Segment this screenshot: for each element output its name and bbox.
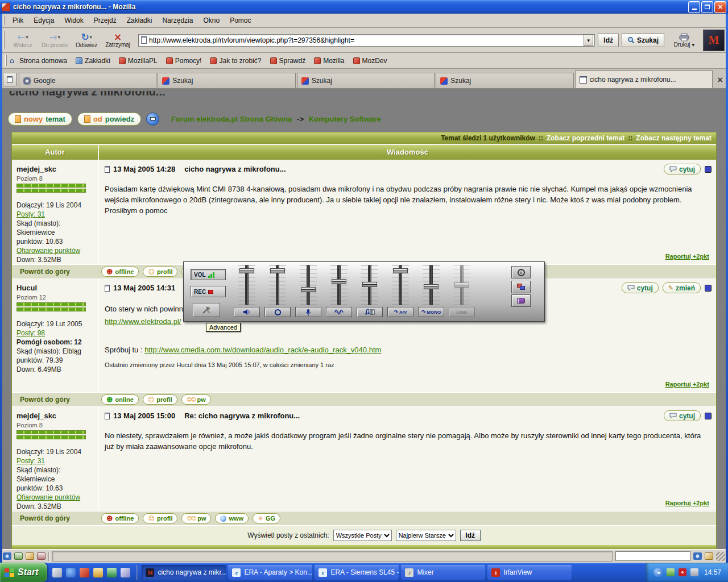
microphone-mute-button[interactable] — [295, 307, 321, 317]
minimize-button[interactable] — [688, 1, 700, 13]
www-button[interactable]: www — [215, 513, 249, 523]
clock[interactable]: 14:57 — [704, 568, 721, 576]
edit-button[interactable]: ✎zmień — [663, 282, 701, 293]
mozilla-throbber[interactable]: M — [703, 30, 725, 51]
forward-button[interactable]: →▾ Do przodu — [38, 29, 71, 52]
volume-slider[interactable] — [238, 265, 255, 305]
bookmark-sprawdz[interactable]: Sprawdź — [270, 57, 306, 65]
url-input[interactable] — [149, 35, 584, 45]
offline-button[interactable]: ☻offline — [101, 513, 139, 523]
donate-points-link[interactable]: Ofiarowanie punktów — [16, 493, 80, 501]
stop-button[interactable]: × Zatrzymaj — [102, 29, 134, 52]
wave-slider[interactable] — [330, 265, 348, 305]
tab-szukaj-2[interactable]: Szukaj — [297, 73, 435, 88]
mono-slider[interactable] — [423, 265, 440, 305]
menu-narzedzia[interactable]: Narzędzia — [157, 14, 198, 27]
volume-mode-button[interactable]: VOL — [191, 269, 226, 280]
restore-button[interactable] — [701, 1, 713, 13]
midi-mute-button[interactable] — [357, 307, 383, 317]
tray-volume-icon[interactable] — [690, 568, 698, 576]
reload-button[interactable]: ↻▾ Odśwież — [71, 29, 102, 52]
print-topic-button[interactable] — [146, 113, 159, 126]
private-message-button[interactable]: ☺☺pw — [181, 513, 211, 523]
line-mute-button[interactable]: LINE — [449, 307, 475, 317]
breadcrumb-forum-home-link[interactable]: Forum elektroda.pl Strona Główna — [171, 115, 292, 123]
search-button[interactable]: Szukaj — [622, 34, 664, 47]
toolbar-grippy[interactable] — [3, 31, 5, 48]
speaker-mute-button[interactable] — [234, 307, 260, 317]
report-link[interactable]: Raportuj +2pkt — [665, 253, 709, 260]
menu-widok[interactable]: Widok — [59, 14, 88, 27]
author-posts-link[interactable]: Posty: 98 — [16, 329, 45, 337]
filter-go-button[interactable]: Idź — [460, 530, 481, 541]
addressbook-component-icon[interactable] — [37, 552, 46, 560]
close-tab-button[interactable]: × — [714, 73, 726, 86]
toolbar-grippy[interactable] — [3, 16, 5, 26]
line-slider[interactable] — [453, 265, 470, 305]
midi-slider[interactable] — [361, 265, 378, 305]
aux-slider[interactable] — [392, 265, 409, 305]
start-button[interactable]: Start — [0, 563, 47, 582]
post-anchor-icon[interactable] — [705, 166, 712, 173]
back-to-top-link[interactable]: Powrót do góry — [12, 514, 97, 522]
wave-mute-button[interactable] — [326, 307, 352, 317]
mail-component-icon[interactable] — [14, 552, 23, 560]
task-era-siemens[interactable]: eERA - Siemens SL45 -... — [315, 565, 399, 580]
slider-thumb[interactable] — [301, 287, 316, 292]
author-name[interactable]: mejdej_skc — [16, 411, 96, 420]
slider-thumb[interactable] — [424, 284, 439, 289]
author-posts-link[interactable]: Posty: 31 — [16, 210, 45, 218]
aux-mute-button[interactable]: ↷A/V — [387, 307, 413, 317]
bookmark-pomocy[interactable]: Pomocy! — [166, 57, 202, 65]
go-button[interactable]: Idź — [598, 34, 619, 47]
offline-button[interactable]: ☻offline — [101, 267, 139, 277]
gg-button[interactable]: ☼GG — [253, 513, 280, 523]
menu-zakladki[interactable]: Zakładki — [122, 14, 158, 27]
mixer-help-button[interactable] — [511, 294, 531, 307]
quote-button[interactable]: cytuj — [622, 282, 659, 293]
back-to-top-link[interactable]: Powrót do góry — [12, 268, 97, 276]
cmedia-driver-link[interactable]: http://www.cmedia.com.tw/download/audio_… — [144, 346, 381, 354]
next-topic-link[interactable]: Zobacz następny temat — [636, 134, 712, 142]
microphone-slider[interactable] — [300, 265, 317, 305]
menu-plik[interactable]: Plik — [7, 14, 28, 27]
task-mixer[interactable]: ♪Mixer — [401, 565, 485, 580]
post-anchor-icon[interactable] — [705, 285, 712, 292]
tab-active-topic[interactable]: cicho nagrywa z mikrofonu... — [575, 70, 713, 88]
slider-thumb[interactable] — [239, 268, 254, 273]
report-link[interactable]: Raportuj +2pkt — [665, 500, 709, 506]
menu-przejdz[interactable]: Przejdź — [89, 14, 122, 27]
profile-button[interactable]: ☺profil — [143, 267, 177, 277]
resize-grip[interactable] — [716, 552, 725, 561]
task-mozilla-topic[interactable]: Mcicho nagrywa z mikr... — [142, 565, 226, 580]
mono-mute-button[interactable]: ↷MONO — [418, 307, 444, 317]
breadcrumb-section-link[interactable]: Komputery Software — [309, 115, 381, 123]
explorer-quicklaunch-icon[interactable] — [121, 568, 130, 577]
tab-google[interactable]: Google — [19, 73, 156, 88]
bookmark-mozillapl[interactable]: MozillaPL — [119, 57, 158, 65]
tab-list-button[interactable] — [3, 73, 16, 86]
posts-order-select[interactable]: Najpierw Starsze — [396, 530, 456, 541]
quote-button[interactable]: cytuj — [664, 164, 701, 174]
online-button[interactable]: ☻online — [101, 394, 139, 405]
elektroda-link[interactable]: http://www.elektroda.pl/ — [105, 317, 181, 326]
back-to-top-link[interactable]: Powrót do góry — [12, 396, 97, 404]
toolbar-grippy[interactable] — [5, 55, 7, 66]
bookmark-mozilla[interactable]: Mozilla — [314, 57, 344, 65]
url-dropdown-button[interactable]: ▾ — [584, 35, 593, 46]
tray-antivirus-icon[interactable] — [679, 568, 686, 576]
tab-szukaj-3[interactable]: Szukaj — [436, 73, 573, 88]
composer-component-icon[interactable] — [26, 552, 34, 560]
private-message-button[interactable]: ☺☺pw — [181, 394, 211, 405]
tab-szukaj-1[interactable]: Szukaj — [158, 73, 295, 88]
profile-button[interactable]: ☺profil — [143, 394, 177, 405]
quote-button[interactable]: cytuj — [664, 410, 701, 421]
close-button[interactable]: × — [714, 1, 726, 13]
menu-pomoc[interactable]: Pomoc — [225, 14, 256, 27]
new-topic-button[interactable]: nowytemat — [8, 113, 72, 126]
media-quicklaunch-icon[interactable] — [107, 568, 117, 577]
mail-quicklaunch-icon[interactable] — [93, 568, 103, 577]
tray-monitor-icon[interactable] — [667, 568, 675, 576]
author-name[interactable]: mejdej_skc — [16, 165, 96, 173]
slider-thumb[interactable] — [332, 279, 346, 284]
